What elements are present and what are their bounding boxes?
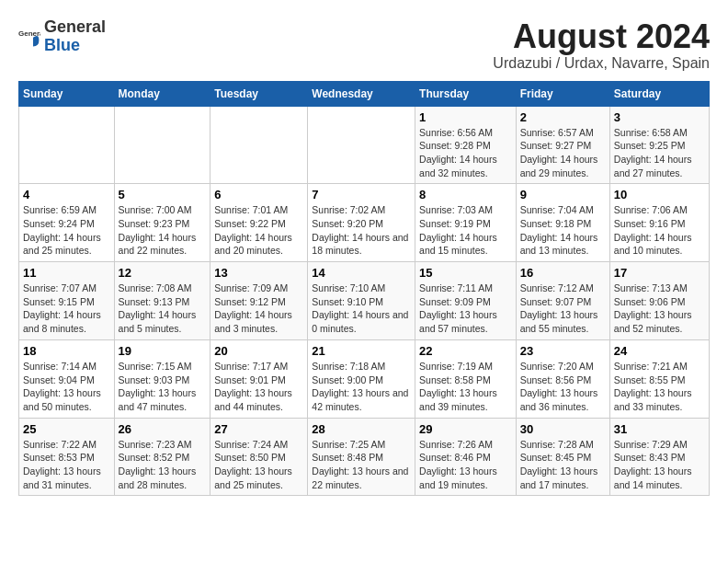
day-number: 11 [23,266,110,280]
calendar-cell: 24Sunrise: 7:21 AMSunset: 8:55 PMDayligh… [609,339,709,418]
day-info: Sunrise: 7:13 AMSunset: 9:06 PMDaylight:… [614,282,705,336]
day-number: 8 [419,188,512,201]
day-number: 22 [419,344,512,358]
calendar-cell: 8Sunrise: 7:03 AMSunset: 9:19 PMDaylight… [415,184,517,262]
day-number: 19 [119,344,207,358]
column-header-tuesday: Tuesday [210,81,308,106]
calendar-cell: 20Sunrise: 7:17 AMSunset: 9:01 PMDayligh… [210,339,308,418]
day-number: 12 [119,266,207,280]
day-info: Sunrise: 7:08 AMSunset: 9:13 PMDaylight:… [119,282,207,336]
day-number: 30 [520,422,606,436]
day-info: Sunrise: 7:21 AMSunset: 8:55 PMDaylight:… [614,360,705,414]
calendar-cell: 11Sunrise: 7:07 AMSunset: 9:15 PMDayligh… [19,262,115,340]
day-number: 21 [312,344,411,358]
page-subtitle: Urdazubi / Urdax, Navarre, Spain [493,55,710,72]
calendar-cell: 31Sunrise: 7:29 AMSunset: 8:43 PMDayligh… [609,418,709,496]
day-info: Sunrise: 7:22 AMSunset: 8:53 PMDaylight:… [23,438,110,492]
calendar-header-row: SundayMondayTuesdayWednesdayThursdayFrid… [19,81,710,106]
calendar-cell: 9Sunrise: 7:04 AMSunset: 9:18 PMDaylight… [516,184,609,262]
day-number: 10 [614,188,705,201]
calendar-cell: 2Sunrise: 6:57 AMSunset: 9:27 PMDaylight… [516,106,609,184]
calendar-cell [210,106,308,184]
day-number: 9 [520,188,606,201]
day-number: 27 [214,422,303,436]
calendar-cell: 29Sunrise: 7:26 AMSunset: 8:46 PMDayligh… [415,418,517,496]
day-number: 18 [23,344,110,358]
day-info: Sunrise: 7:02 AMSunset: 9:20 PMDaylight:… [312,203,411,258]
calendar-table: SundayMondayTuesdayWednesdayThursdayFrid… [18,81,710,497]
column-header-friday: Friday [516,81,609,106]
day-number: 4 [23,188,110,201]
day-info: Sunrise: 6:56 AMSunset: 9:28 PMDaylight:… [419,126,512,180]
column-header-sunday: Sunday [19,81,115,106]
calendar-cell: 21Sunrise: 7:18 AMSunset: 9:00 PMDayligh… [308,339,415,418]
day-number: 1 [419,110,512,124]
logo-blue-text: Blue [44,37,106,55]
day-info: Sunrise: 7:11 AMSunset: 9:09 PMDaylight:… [419,282,512,336]
title-area: August 2024 Urdazubi / Urdax, Navarre, S… [493,18,710,72]
calendar-cell: 3Sunrise: 6:58 AMSunset: 9:25 PMDaylight… [609,106,709,184]
calendar-cell: 5Sunrise: 7:00 AMSunset: 9:23 PMDaylight… [114,184,210,262]
calendar-cell [308,106,415,184]
day-number: 13 [214,266,303,280]
day-number: 31 [614,422,705,436]
calendar-cell: 12Sunrise: 7:08 AMSunset: 9:13 PMDayligh… [114,262,210,340]
day-info: Sunrise: 7:06 AMSunset: 9:16 PMDaylight:… [614,203,705,258]
calendar-cell: 16Sunrise: 7:12 AMSunset: 9:07 PMDayligh… [516,262,609,340]
day-info: Sunrise: 7:00 AMSunset: 9:23 PMDaylight:… [119,203,207,258]
calendar-cell: 6Sunrise: 7:01 AMSunset: 9:22 PMDaylight… [210,184,308,262]
column-header-thursday: Thursday [415,81,517,106]
day-number: 29 [419,422,512,436]
calendar-week-row: 4Sunrise: 6:59 AMSunset: 9:24 PMDaylight… [19,184,710,262]
column-header-saturday: Saturday [609,81,709,106]
day-number: 25 [23,422,110,436]
day-info: Sunrise: 7:10 AMSunset: 9:10 PMDaylight:… [312,282,411,336]
calendar-week-row: 18Sunrise: 7:14 AMSunset: 9:04 PMDayligh… [19,339,710,418]
calendar-week-row: 11Sunrise: 7:07 AMSunset: 9:15 PMDayligh… [19,262,710,340]
day-info: Sunrise: 7:15 AMSunset: 9:03 PMDaylight:… [119,360,207,414]
day-info: Sunrise: 7:17 AMSunset: 9:01 PMDaylight:… [214,360,303,414]
calendar-cell: 4Sunrise: 6:59 AMSunset: 9:24 PMDaylight… [19,184,115,262]
day-number: 17 [614,266,705,280]
calendar-cell: 25Sunrise: 7:22 AMSunset: 8:53 PMDayligh… [19,418,115,496]
day-info: Sunrise: 7:07 AMSunset: 9:15 PMDaylight:… [23,282,110,336]
calendar-cell: 26Sunrise: 7:23 AMSunset: 8:52 PMDayligh… [114,418,210,496]
calendar-cell: 7Sunrise: 7:02 AMSunset: 9:20 PMDaylight… [308,184,415,262]
day-number: 16 [520,266,606,280]
day-info: Sunrise: 6:58 AMSunset: 9:25 PMDaylight:… [614,126,705,180]
day-info: Sunrise: 7:04 AMSunset: 9:18 PMDaylight:… [520,203,606,258]
day-info: Sunrise: 7:12 AMSunset: 9:07 PMDaylight:… [520,282,606,336]
header: General General Blue August 2024 Urdazub… [18,18,710,72]
calendar-cell: 22Sunrise: 7:19 AMSunset: 8:58 PMDayligh… [415,339,517,418]
calendar-cell: 19Sunrise: 7:15 AMSunset: 9:03 PMDayligh… [114,339,210,418]
day-number: 2 [520,110,606,124]
column-header-monday: Monday [114,81,210,106]
day-info: Sunrise: 7:19 AMSunset: 8:58 PMDaylight:… [419,360,512,414]
day-info: Sunrise: 7:20 AMSunset: 8:56 PMDaylight:… [520,360,606,414]
calendar-week-row: 1Sunrise: 6:56 AMSunset: 9:28 PMDaylight… [19,106,710,184]
logo-icon: General [18,26,40,48]
calendar-cell: 1Sunrise: 6:56 AMSunset: 9:28 PMDaylight… [415,106,517,184]
calendar-cell: 10Sunrise: 7:06 AMSunset: 9:16 PMDayligh… [609,184,709,262]
day-info: Sunrise: 6:57 AMSunset: 9:27 PMDaylight:… [520,126,606,180]
day-info: Sunrise: 7:01 AMSunset: 9:22 PMDaylight:… [214,203,303,258]
calendar-cell [114,106,210,184]
calendar-cell: 14Sunrise: 7:10 AMSunset: 9:10 PMDayligh… [308,262,415,340]
day-info: Sunrise: 7:26 AMSunset: 8:46 PMDaylight:… [419,438,512,492]
day-number: 24 [614,344,705,358]
day-number: 20 [214,344,303,358]
day-info: Sunrise: 7:29 AMSunset: 8:43 PMDaylight:… [614,438,705,492]
day-info: Sunrise: 7:25 AMSunset: 8:48 PMDaylight:… [312,438,411,492]
calendar-cell: 17Sunrise: 7:13 AMSunset: 9:06 PMDayligh… [609,262,709,340]
column-header-wednesday: Wednesday [308,81,415,106]
day-number: 6 [214,188,303,201]
day-number: 5 [119,188,207,201]
day-info: Sunrise: 7:24 AMSunset: 8:50 PMDaylight:… [214,438,303,492]
calendar-cell: 27Sunrise: 7:24 AMSunset: 8:50 PMDayligh… [210,418,308,496]
day-info: Sunrise: 7:28 AMSunset: 8:45 PMDaylight:… [520,438,606,492]
day-number: 28 [312,422,411,436]
calendar-week-row: 25Sunrise: 7:22 AMSunset: 8:53 PMDayligh… [19,418,710,496]
day-number: 23 [520,344,606,358]
day-number: 26 [119,422,207,436]
day-number: 15 [419,266,512,280]
